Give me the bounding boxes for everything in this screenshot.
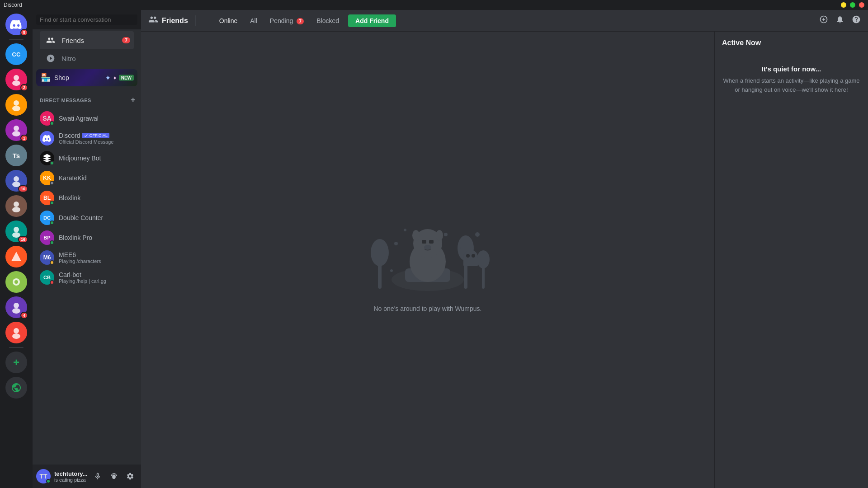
active-now-empty-desc: When a friend starts an activity—like pl… xyxy=(722,76,861,94)
dm-status-discord: Official Discord Message xyxy=(59,139,134,145)
dm-item-carlbot[interactable]: CB Carl-bot Playing /help | carl.gg xyxy=(36,267,137,287)
svg-point-32 xyxy=(436,230,443,241)
window-controls[interactable] xyxy=(841,2,864,8)
svg-point-10 xyxy=(14,227,19,232)
svg-point-42 xyxy=(390,269,393,272)
server-icon-s5[interactable] xyxy=(5,195,27,217)
svg-point-2 xyxy=(14,100,19,106)
dm-item-karatekid[interactable]: KK KarateKid xyxy=(36,168,137,188)
header-divider xyxy=(195,15,196,26)
server-divider-2 xyxy=(9,347,24,348)
header-right xyxy=(819,15,861,26)
dm-info-discord: Discord OFFICIAL Official Discord Messag… xyxy=(59,132,134,145)
title-bar: Discord xyxy=(0,0,868,10)
status-dot-bloxlink xyxy=(50,201,54,205)
discover-servers-button[interactable] xyxy=(5,377,27,399)
discord-home-button[interactable]: 5 xyxy=(5,14,27,35)
search-input[interactable] xyxy=(40,16,134,23)
server-icon-ts[interactable]: Ts xyxy=(5,145,27,166)
server-icon-s8[interactable] xyxy=(5,271,27,293)
dm-item-swati[interactable]: SA Swati Agrawal xyxy=(36,108,137,128)
add-server-button[interactable]: + xyxy=(5,352,27,373)
dm-item-midjourney[interactable]: Midjourney Bot xyxy=(36,148,137,168)
svg-point-1 xyxy=(12,80,20,86)
nav-item-nitro-label: Nitro xyxy=(61,55,76,62)
server-icon-s2[interactable] xyxy=(5,94,27,116)
avatar-carlbot: CB xyxy=(40,270,54,285)
svg-point-4 xyxy=(14,126,19,131)
add-server-wrapper[interactable]: + Add a Server xyxy=(5,352,27,373)
add-friend-button[interactable]: Add Friend xyxy=(348,14,396,27)
nav-all[interactable]: All xyxy=(245,15,263,26)
server-icon-s3[interactable]: 1 xyxy=(5,119,27,141)
dm-item-bloxlink[interactable]: BL Bloxlink xyxy=(36,188,137,208)
server-icon-s7[interactable] xyxy=(5,246,27,267)
dm-info-swati: Swati Agrawal xyxy=(59,115,134,122)
server-sidebar: 5 CC 2 1 Ts xyxy=(0,10,33,488)
svg-rect-29 xyxy=(429,240,434,244)
dm-item-mee6[interactable]: M6 MEE6 Playing /characters xyxy=(36,248,137,267)
nav-pending[interactable]: Pending 7 xyxy=(264,15,309,26)
nav-item-friends-label: Friends xyxy=(61,37,84,44)
server-icon-s6[interactable]: 16 xyxy=(5,221,27,242)
user-panel: TT techtutory... is eating pizza xyxy=(33,465,141,488)
avatar-bloxlink: BL xyxy=(40,191,54,205)
friends-header-icon xyxy=(148,14,158,27)
avatar-discord xyxy=(40,131,54,145)
server-icon-s9[interactable]: 4 xyxy=(5,296,27,318)
dm-name-swati: Swati Agrawal xyxy=(59,115,134,122)
nav-item-friends[interactable]: Friends 7 xyxy=(40,31,134,49)
help-button[interactable] xyxy=(852,15,861,26)
shop-banner[interactable]: 🏪 Shop ✦ ✦ NEW xyxy=(36,69,137,86)
status-dot-karatekid xyxy=(50,181,54,185)
official-badge: OFFICIAL xyxy=(82,133,109,138)
nav-online[interactable]: Online xyxy=(214,15,243,26)
active-now-empty-title: It's quiet for now... xyxy=(762,65,821,73)
avatar-doublecounter: DC xyxy=(40,211,54,225)
inbox-button[interactable] xyxy=(835,15,844,26)
shop-new-badge: NEW xyxy=(119,75,134,81)
svg-point-39 xyxy=(444,233,448,236)
main-content: Friends Online All Pending 7 Blocked Add… xyxy=(141,10,868,488)
nav-item-nitro[interactable]: Nitro xyxy=(40,49,134,67)
server-icon-s1[interactable]: 2 xyxy=(5,69,27,90)
mute-button[interactable] xyxy=(90,469,105,483)
server-icon-cc[interactable]: CC xyxy=(5,43,27,65)
search-wrapper[interactable] xyxy=(36,14,137,25)
svg-rect-28 xyxy=(422,240,426,244)
dm-item-discord[interactable]: Discord OFFICIAL Official Discord Messag… xyxy=(36,128,137,148)
app-layout: 5 CC 2 1 Ts xyxy=(0,10,868,488)
maximize-button[interactable] xyxy=(850,2,855,8)
friends-content-area: No one's around to play with Wumpus. Act… xyxy=(141,32,868,488)
server-icon-s4[interactable]: 10 xyxy=(5,170,27,192)
svg-point-16 xyxy=(14,328,19,333)
deafen-button[interactable] xyxy=(107,469,121,483)
minimize-button[interactable] xyxy=(841,2,846,8)
dm-status-carlbot: Playing /help | carl.gg xyxy=(59,278,134,284)
app-title: Discord xyxy=(4,2,22,8)
svg-point-0 xyxy=(14,75,19,80)
svg-point-13 xyxy=(14,280,18,284)
dm-info-midjourney: Midjourney Bot xyxy=(59,155,134,162)
dm-section-label: DIRECT MESSAGES xyxy=(40,98,91,103)
user-avatar: TT xyxy=(36,469,51,483)
close-button[interactable] xyxy=(859,2,864,8)
add-dm-button[interactable]: + xyxy=(131,95,136,105)
svg-point-6 xyxy=(14,176,19,182)
nav-blocked[interactable]: Blocked xyxy=(311,15,344,26)
server-icon-s10[interactable] xyxy=(5,322,27,343)
status-dot-midjourney xyxy=(50,161,54,165)
dm-info-bloxlink: Bloxlink xyxy=(59,194,134,202)
status-dot-swati xyxy=(50,121,54,126)
wumpus-illustration xyxy=(355,207,500,298)
svg-point-5 xyxy=(12,131,20,136)
friends-badge: 7 xyxy=(122,37,130,43)
pending-badge: 7 xyxy=(297,18,304,24)
dm-item-doublecounter[interactable]: DC Double Counter xyxy=(36,208,137,228)
dm-item-bloxlinkpro[interactable]: BP Bloxlink Pro xyxy=(36,228,137,248)
svg-point-9 xyxy=(12,207,20,212)
settings-button[interactable] xyxy=(123,469,137,483)
new-group-dm-button[interactable] xyxy=(819,15,828,26)
friends-main-area: No one's around to play with Wumpus. xyxy=(141,32,714,488)
channel-sidebar: Friends 7 Nitro 🏪 Shop ✦ ✦ NEW xyxy=(33,10,141,488)
